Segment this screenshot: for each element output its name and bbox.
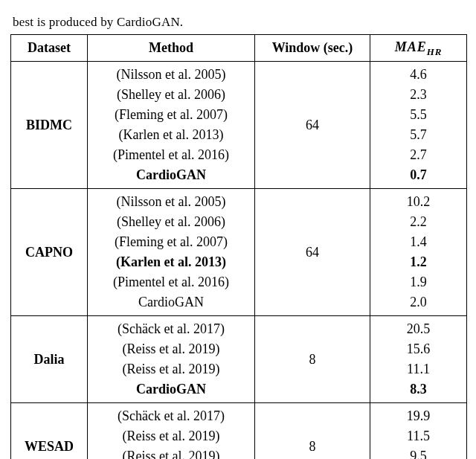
mae-cell: 10.22.21.41.21.92.0 bbox=[370, 189, 467, 316]
method-entry: (Schäck et al. 2017) bbox=[92, 406, 250, 426]
method-entry: CardioGAN bbox=[92, 292, 250, 312]
table-row: Dalia(Schäck et al. 2017)(Reiss et al. 2… bbox=[11, 316, 467, 403]
mae-entry: 4.6 bbox=[375, 65, 462, 85]
window-cell: 8 bbox=[255, 316, 370, 403]
method-entry: (Fleming et al. 2007) bbox=[92, 105, 250, 125]
method-entry: (Reiss et al. 2019) bbox=[92, 446, 250, 459]
methods-cell: (Schäck et al. 2017)(Reiss et al. 2019)(… bbox=[88, 403, 255, 459]
header-mae-sub: HR bbox=[427, 46, 443, 57]
dataset-cell: CAPNO bbox=[11, 189, 88, 316]
method-entry: (Pimentel et al. 2016) bbox=[92, 272, 250, 292]
mae-entry: 1.4 bbox=[375, 232, 462, 252]
method-entry: (Shelley et al. 2006) bbox=[92, 212, 250, 232]
table-header-row: Dataset Method Window (sec.) MAEHR bbox=[11, 35, 467, 62]
page-container: best is produced by CardioGAN. Dataset M… bbox=[0, 0, 476, 459]
window-cell: 64 bbox=[255, 189, 370, 316]
mae-entry: 2.3 bbox=[375, 85, 462, 105]
table-row: BIDMC(Nilsson et al. 2005)(Shelley et al… bbox=[11, 62, 467, 189]
mae-cell: 20.515.611.18.3 bbox=[370, 316, 467, 403]
mae-entry: 0.7 bbox=[375, 165, 462, 185]
methods-cell: (Nilsson et al. 2005)(Shelley et al. 200… bbox=[88, 62, 255, 189]
mae-entry: 10.2 bbox=[375, 192, 462, 212]
mae-entry: 5.5 bbox=[375, 105, 462, 125]
window-cell: 8 bbox=[255, 403, 370, 459]
method-entry: (Shelley et al. 2006) bbox=[92, 85, 250, 105]
mae-entry: 1.2 bbox=[375, 252, 462, 272]
mae-entry: 2.2 bbox=[375, 212, 462, 232]
dataset-cell: Dalia bbox=[11, 316, 88, 403]
mae-entry: 11.5 bbox=[375, 426, 462, 446]
method-entry: (Reiss et al. 2019) bbox=[92, 339, 250, 359]
mae-entry: 1.9 bbox=[375, 272, 462, 292]
header-mae-main: MAE bbox=[395, 39, 427, 54]
dataset-cell: WESAD bbox=[11, 403, 88, 459]
table-row: WESAD(Schäck et al. 2017)(Reiss et al. 2… bbox=[11, 403, 467, 459]
results-table: Dataset Method Window (sec.) MAEHR BIDMC… bbox=[10, 34, 467, 459]
mae-entry: 15.6 bbox=[375, 339, 462, 359]
mae-entry: 9.5 bbox=[375, 446, 462, 459]
method-entry: (Nilsson et al. 2005) bbox=[92, 65, 250, 85]
mae-entry: 2.7 bbox=[375, 145, 462, 165]
mae-cell: 4.62.35.55.72.70.7 bbox=[370, 62, 467, 189]
window-cell: 64 bbox=[255, 62, 370, 189]
method-entry: (Schäck et al. 2017) bbox=[92, 319, 250, 339]
method-entry: (Karlen et al. 2013) bbox=[92, 125, 250, 145]
method-entry: CardioGAN bbox=[92, 165, 250, 185]
method-entry: (Reiss et al. 2019) bbox=[92, 426, 250, 446]
table-body: BIDMC(Nilsson et al. 2005)(Shelley et al… bbox=[11, 62, 467, 459]
mae-entry: 2.0 bbox=[375, 292, 462, 312]
method-entry: (Fleming et al. 2007) bbox=[92, 232, 250, 252]
mae-entry: 5.7 bbox=[375, 125, 462, 145]
method-entry: CardioGAN bbox=[92, 379, 250, 399]
method-entry: (Nilsson et al. 2005) bbox=[92, 192, 250, 212]
methods-cell: (Schäck et al. 2017)(Reiss et al. 2019)(… bbox=[88, 316, 255, 403]
header-method: Method bbox=[88, 35, 255, 62]
mae-entry: 19.9 bbox=[375, 406, 462, 426]
mae-entry: 20.5 bbox=[375, 319, 462, 339]
header-window: Window (sec.) bbox=[255, 35, 370, 62]
mae-entry: 11.1 bbox=[375, 359, 462, 379]
header-dataset: Dataset bbox=[11, 35, 88, 62]
dataset-cell: BIDMC bbox=[11, 62, 88, 189]
methods-cell: (Nilsson et al. 2005)(Shelley et al. 200… bbox=[88, 189, 255, 316]
method-entry: (Reiss et al. 2019) bbox=[92, 359, 250, 379]
method-entry: (Pimentel et al. 2016) bbox=[92, 145, 250, 165]
method-entry: (Karlen et al. 2013) bbox=[92, 252, 250, 272]
mae-cell: 19.911.59.58.6 bbox=[370, 403, 467, 459]
caption-fragment: best is produced by CardioGAN. bbox=[13, 15, 466, 30]
mae-entry: 8.3 bbox=[375, 379, 462, 399]
table-row: CAPNO(Nilsson et al. 2005)(Shelley et al… bbox=[11, 189, 467, 316]
header-mae: MAEHR bbox=[370, 35, 467, 62]
